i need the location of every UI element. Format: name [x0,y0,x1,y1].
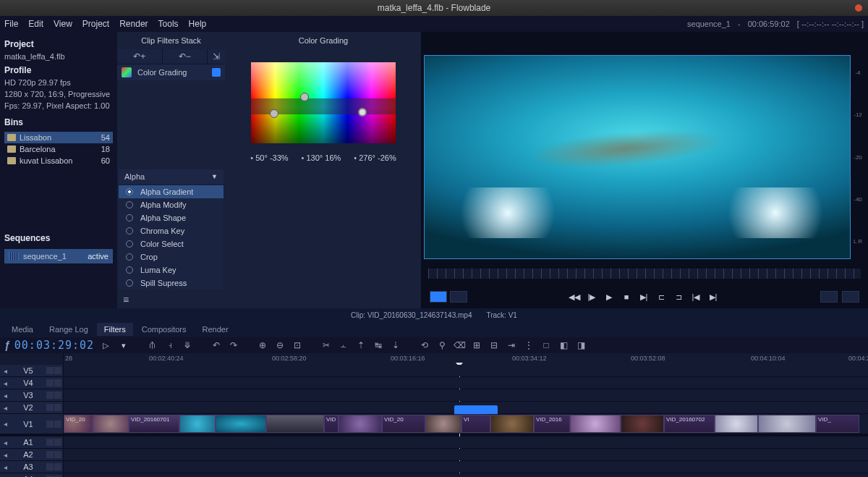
timeline-clip[interactable] [425,415,461,433]
splice-icon[interactable]: ⫠ [337,339,350,352]
step-back-button[interactable]: |▶ [585,291,598,303]
collapse-icon[interactable]: ◂ [0,463,10,471]
stop-button[interactable]: ■ [620,291,633,303]
timeline-clip[interactable] [339,415,382,433]
tool-icon[interactable]: ◧ [557,339,570,352]
redo-icon[interactable]: ↷ [227,339,240,352]
timeline-clip[interactable]: VID_20160701 [129,415,179,433]
hamburger-icon[interactable]: ≡ [117,291,225,308]
timeline-clip[interactable] [216,415,266,433]
add-icon[interactable]: ⊞ [470,339,483,352]
transition-dissolve[interactable] [454,405,498,414]
timeline-clip[interactable]: VID_20 [382,415,425,433]
tab-render[interactable]: Render [195,323,236,336]
sync-icon[interactable]: ⟲ [418,339,431,352]
overwrite-icon[interactable]: ⇣ [389,339,402,352]
timeline-clip[interactable]: VID_20160702 [664,415,715,433]
tab-filters[interactable]: Filters [97,323,133,336]
zoom-fit-icon[interactable]: ⊡ [291,339,304,352]
menu-tools[interactable]: Tools [158,19,179,29]
timeline-clip[interactable] [490,415,534,433]
delete-icon[interactable]: ⌫ [453,339,466,352]
tab-rangelog[interactable]: Range Log [42,323,95,336]
split-icon[interactable]: ⚲ [435,339,448,352]
step-fwd-button[interactable]: ▶| [637,291,650,303]
timeline-clip[interactable] [179,415,216,433]
bin-row[interactable]: Lissabon 54 [4,132,113,143]
lift-icon[interactable]: ⇡ [354,339,367,352]
tool-icon[interactable]: ◨ [574,339,587,352]
timeline-clip[interactable] [93,415,129,433]
sequence-row[interactable]: sequence_1 active [4,249,113,263]
timeline-clip[interactable]: VID_2016 [534,415,570,433]
filter-option[interactable]: Alpha Shape [119,211,224,224]
trim-icon[interactable]: ⊟ [488,339,501,352]
play-button[interactable]: ▶ [603,291,616,303]
tool-icon[interactable]: ⋮ [522,339,535,352]
timeline-clip[interactable] [758,415,816,433]
filter-stack-item[interactable]: Color Grading [117,64,225,80]
collapse-icon[interactable]: ◂ [0,439,10,447]
append-icon[interactable]: ⇥ [505,339,518,352]
collapse-icon[interactable]: ◂ [0,367,10,375]
tool-icon[interactable]: □ [540,339,553,352]
timeline-clip[interactable] [621,415,664,433]
track-v1[interactable]: ◂V1 DISSOLVE VID_20VID_20160701VIDVID_20… [0,414,868,434]
filter-option[interactable]: Crop [119,250,224,263]
timeline-clip[interactable]: VID_20 [64,415,93,433]
timeline-clip[interactable]: VID [324,415,339,433]
menu-help[interactable]: Help [189,19,207,29]
undo-icon[interactable]: ↶ [210,339,223,352]
track-a2[interactable]: ◂A2 [0,449,868,461]
timeline-clip[interactable]: VID_ [816,415,859,433]
play-icon[interactable]: ▷ [103,341,109,350]
stack-tool-expand[interactable]: ⇲ [208,49,225,64]
filter-option[interactable]: Chroma Key [119,224,224,237]
bin-row[interactable]: Barcelona 18 [4,143,113,155]
collapse-icon[interactable]: ◂ [0,404,10,412]
stack-tool-remove[interactable]: ↶− [163,49,208,64]
menu-view[interactable]: View [54,19,72,29]
view-mode-icon[interactable] [842,291,859,303]
chevron-down-icon[interactable]: ▾ [122,341,126,350]
goto-end-button[interactable]: ▶| [707,291,720,303]
filter-option[interactable]: Color Select [119,237,224,250]
filter-option[interactable]: Alpha Gradient [119,185,224,198]
mark-in-button[interactable]: ⊏ [655,291,668,303]
track-v2[interactable]: ◂V2 [0,402,868,414]
menu-file[interactable]: File [4,19,18,29]
cut-icon[interactable]: ✂ [320,339,333,352]
collapse-icon[interactable]: ◂ [0,420,10,428]
trim-mode-icon[interactable] [450,291,467,303]
timeline-ruler[interactable]: 2800:02:40:2400:02:58:2000:03:16:1600:03… [0,353,868,365]
zoom-out-icon[interactable]: ⊖ [273,339,286,352]
filter-category-dropdown[interactable]: Alpha ▼ [119,169,224,184]
track-a1[interactable]: ◂A1 [0,436,868,449]
filter-option[interactable]: Luma Key [119,263,224,277]
timeline-clip[interactable] [715,415,758,433]
menu-project[interactable]: Project [82,19,109,29]
track-v5[interactable]: ◂V5 [0,365,868,377]
timeline-clip[interactable] [266,415,324,433]
collapse-icon[interactable]: ◂ [0,392,10,400]
track-a4[interactable]: ◂A4 [0,473,868,477]
track-v4[interactable]: ◂V4 [0,377,868,389]
tool-icon[interactable]: ⫞ [163,339,176,352]
ripple-icon[interactable]: ↹ [372,339,385,352]
track-a3[interactable]: ◂A3 [0,461,868,473]
tab-compositors[interactable]: Compositors [135,323,194,336]
color-handle[interactable] [270,109,278,118]
close-icon[interactable] [855,4,862,12]
view-mode-icon[interactable] [820,291,838,303]
tool-icon[interactable]: ⫛ [146,339,159,352]
stack-tool-add[interactable]: ↶+ [117,49,163,64]
mark-out-button[interactable]: ⊐ [672,291,685,303]
timeline-clip[interactable]: VI [461,415,490,433]
color-box[interactable] [251,62,396,143]
menu-edit[interactable]: Edit [28,19,43,29]
timeline-clip[interactable] [570,415,621,433]
collapse-icon[interactable]: ◂ [0,451,10,459]
filter-option[interactable]: Spill Supress [119,277,224,290]
goto-start-button[interactable]: |◀ [689,291,702,303]
color-handle[interactable] [300,93,309,101]
